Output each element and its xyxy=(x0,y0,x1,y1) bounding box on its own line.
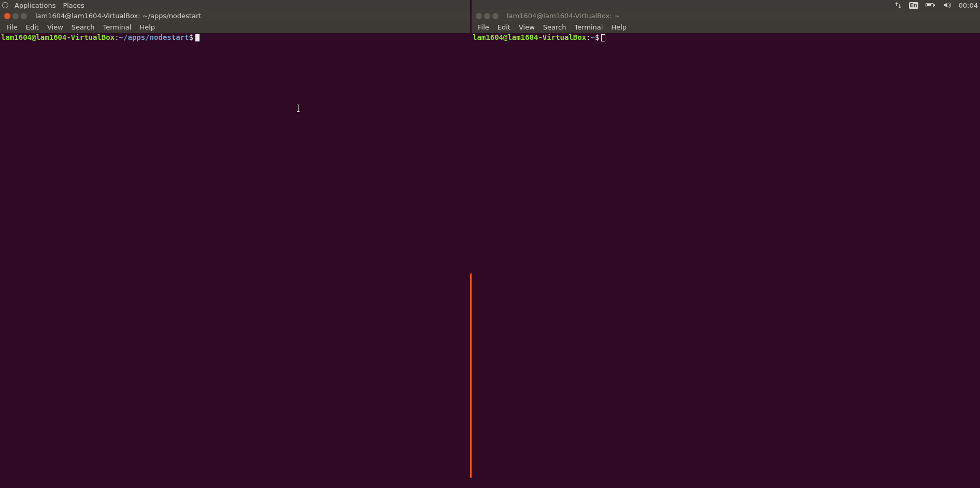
prompt-user-host: lam1604@lam1604-VirtualBox xyxy=(473,33,586,41)
terminal-window-left: lam1604@lam1604-VirtualBox: ~/apps/nodes… xyxy=(0,10,472,488)
menu-view[interactable]: View xyxy=(515,22,539,32)
menu-file[interactable]: File xyxy=(474,22,493,32)
menu-search[interactable]: Search xyxy=(67,22,99,32)
text-cursor-icon xyxy=(298,105,299,112)
close-icon[interactable] xyxy=(4,13,10,19)
window-title-text: lam1604@lam1604-VirtualBox: ~ xyxy=(507,12,620,20)
prompt-dollar: $ xyxy=(189,33,193,41)
menu-search[interactable]: Search xyxy=(539,22,571,32)
volume-icon[interactable] xyxy=(943,2,951,9)
menu-edit[interactable]: Edit xyxy=(493,22,515,32)
window-controls xyxy=(472,13,502,19)
prompt-path: ~/apps/nodestart xyxy=(119,33,189,41)
prompt-dollar: $ xyxy=(595,33,599,41)
svg-rect-2 xyxy=(927,4,931,6)
ubuntu-logo-icon xyxy=(2,2,8,8)
menu-file[interactable]: File xyxy=(2,22,22,32)
terminal-cursor xyxy=(601,34,605,41)
gnome-top-panel: Applications Places En 00:04 xyxy=(0,0,980,10)
terminal-body[interactable]: lam1604@lam1604-VirtualBox:~$ xyxy=(472,33,980,488)
maximize-icon[interactable] xyxy=(492,13,499,19)
panel-right-group: En 00:04 xyxy=(894,2,978,9)
battery-icon[interactable] xyxy=(926,2,936,8)
network-icon[interactable] xyxy=(894,2,902,9)
terminal-menubar: File Edit View Search Terminal Help xyxy=(472,21,980,33)
minimize-icon[interactable] xyxy=(12,13,19,19)
applications-menu[interactable]: Applications xyxy=(12,2,58,9)
menu-help[interactable]: Help xyxy=(135,22,159,32)
terminal-cursor xyxy=(195,34,200,41)
maximize-icon[interactable] xyxy=(21,13,27,19)
prompt-path: ~ xyxy=(591,33,595,41)
clock-text[interactable]: 00:04 xyxy=(959,2,978,9)
window-titlebar[interactable]: lam1604@lam1604-VirtualBox: ~/apps/nodes… xyxy=(0,10,472,21)
minimize-icon[interactable] xyxy=(484,13,490,19)
prompt-sep: : xyxy=(586,33,590,41)
window-titlebar[interactable]: lam1604@lam1604-VirtualBox: ~ xyxy=(472,10,980,21)
prompt-user-host: lam1604@lam1604-VirtualBox xyxy=(1,33,115,41)
terminal-menubar: File Edit View Search Terminal Help xyxy=(0,21,472,33)
terminal-body[interactable]: lam1604@lam1604-VirtualBox:~/apps/nodest… xyxy=(0,33,472,488)
input-method-indicator[interactable]: En xyxy=(909,2,918,9)
places-menu[interactable]: Places xyxy=(61,2,86,9)
panel-left-group: Applications Places xyxy=(2,2,87,9)
menu-help[interactable]: Help xyxy=(607,22,631,32)
svg-rect-1 xyxy=(934,5,935,6)
prompt-sep: : xyxy=(115,33,119,41)
window-controls xyxy=(0,13,30,19)
terminal-window-right: lam1604@lam1604-VirtualBox: ~ File Edit … xyxy=(472,10,980,488)
menu-terminal[interactable]: Terminal xyxy=(98,22,135,32)
workspace: lam1604@lam1604-VirtualBox: ~/apps/nodes… xyxy=(0,10,980,488)
menu-terminal[interactable]: Terminal xyxy=(570,22,607,32)
menu-edit[interactable]: Edit xyxy=(22,22,43,32)
menu-view[interactable]: View xyxy=(43,22,67,32)
window-title-text: lam1604@lam1604-VirtualBox: ~/apps/nodes… xyxy=(35,12,201,20)
close-icon[interactable] xyxy=(476,13,482,19)
